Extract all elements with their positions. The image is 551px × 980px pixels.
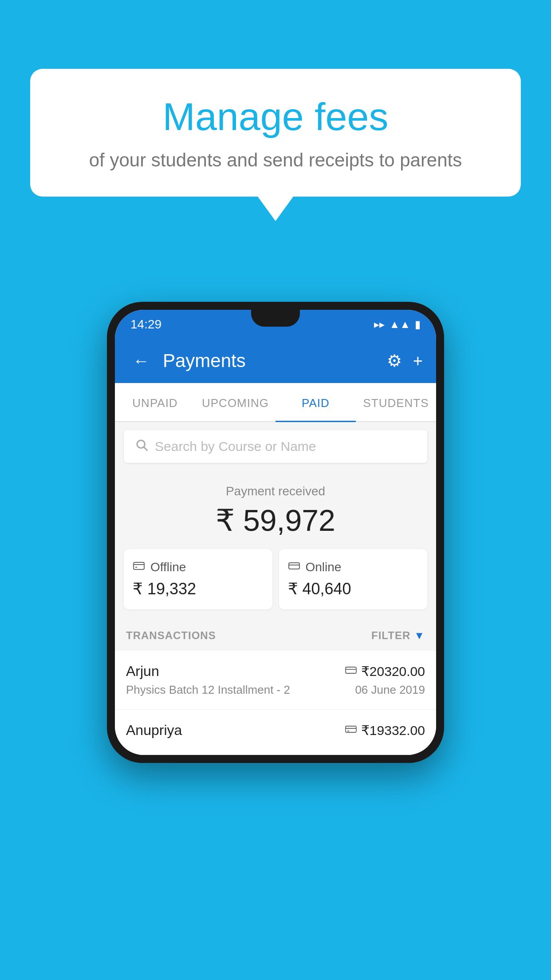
speech-bubble-tail — [258, 197, 293, 221]
filter-label: FILTER — [371, 629, 410, 642]
svg-rect-2 — [134, 562, 144, 569]
transaction-amount: ₹19332.00 — [361, 723, 425, 738]
status-bar: 14:29 ▸▸ ▲▲ ▮ — [115, 310, 436, 339]
speech-bubble-section: Manage fees of your students and send re… — [30, 69, 521, 221]
transaction-name: Anupriya — [126, 722, 182, 739]
wifi-icon: ▸▸ — [374, 318, 385, 331]
transaction-amount: ₹20320.00 — [361, 664, 425, 679]
search-bar-section: Search by Course or Name — [115, 422, 436, 471]
transactions-list: Arjun ₹20320.00 Physics — [115, 651, 436, 755]
transactions-label: TRANSACTIONS — [126, 629, 216, 642]
transaction-top: Anupriya ₹19332.00 — [126, 722, 425, 739]
speech-bubble-subtitle: of your students and send receipts to pa… — [66, 148, 485, 173]
payment-total-amount: ₹ 59,972 — [124, 503, 427, 538]
online-icon — [288, 560, 300, 574]
offline-label: Offline — [150, 560, 186, 574]
offline-icon — [133, 560, 145, 574]
transaction-amount-wrapper: ₹20320.00 — [345, 664, 425, 679]
settings-button[interactable]: ⚙ — [387, 351, 402, 371]
status-icons: ▸▸ ▲▲ ▮ — [374, 318, 421, 331]
speech-bubble-title: Manage fees — [66, 95, 485, 138]
payment-received-label: Payment received — [124, 484, 427, 498]
svg-rect-9 — [346, 726, 356, 732]
tab-upcoming[interactable]: UPCOMING — [195, 383, 276, 421]
add-button[interactable]: + — [413, 352, 423, 371]
transaction-date: 06 June 2019 — [355, 683, 425, 697]
online-label: Online — [306, 560, 342, 574]
online-payment-icon — [345, 664, 357, 678]
filter-icon: ▼ — [414, 629, 425, 642]
tab-students[interactable]: STUDENTS — [356, 383, 436, 421]
transaction-name: Arjun — [126, 663, 159, 680]
tab-unpaid[interactable]: UNPAID — [115, 383, 195, 421]
app-bar-title: Payments — [163, 350, 378, 371]
payment-summary: Payment received ₹ 59,972 — [115, 471, 436, 620]
notch — [251, 310, 300, 327]
offline-card: Offline ₹ 19,332 — [124, 549, 272, 609]
transaction-bottom: Physics Batch 12 Installment - 2 06 June… — [126, 683, 425, 697]
offline-payment-icon — [345, 723, 357, 737]
app-bar-actions: ⚙ + — [387, 351, 423, 371]
svg-rect-7 — [346, 667, 356, 673]
search-input-wrapper[interactable]: Search by Course or Name — [124, 430, 427, 463]
online-card-header: Online — [288, 560, 419, 574]
online-card: Online ₹ 40,640 — [279, 549, 428, 609]
search-icon — [135, 438, 148, 455]
svg-line-1 — [144, 447, 147, 450]
search-placeholder: Search by Course or Name — [155, 439, 316, 454]
filter-button[interactable]: FILTER ▼ — [371, 629, 425, 642]
back-button[interactable]: ← — [128, 347, 154, 375]
transaction-top: Arjun ₹20320.00 — [126, 663, 425, 680]
transaction-amount-wrapper: ₹19332.00 — [345, 723, 425, 738]
battery-icon: ▮ — [415, 318, 421, 331]
table-row[interactable]: Anupriya ₹19332.00 — [115, 710, 436, 755]
tab-paid[interactable]: PAID — [276, 383, 356, 421]
table-row[interactable]: Arjun ₹20320.00 Physics — [115, 651, 436, 710]
signal-icon: ▲▲ — [389, 318, 410, 331]
offline-card-header: Offline — [133, 560, 264, 574]
phone-inner: 14:29 ▸▸ ▲▲ ▮ ← Payments ⚙ + UNPAID UP — [115, 310, 436, 755]
transaction-course: Physics Batch 12 Installment - 2 — [126, 683, 290, 697]
speech-bubble: Manage fees of your students and send re… — [30, 69, 521, 197]
transactions-header: TRANSACTIONS FILTER ▼ — [115, 620, 436, 651]
online-amount: ₹ 40,640 — [288, 580, 419, 598]
app-bar: ← Payments ⚙ + — [115, 339, 436, 383]
svg-rect-5 — [289, 563, 299, 569]
phone-mockup: 14:29 ▸▸ ▲▲ ▮ ← Payments ⚙ + UNPAID UP — [107, 302, 444, 763]
phone-outer: 14:29 ▸▸ ▲▲ ▮ ← Payments ⚙ + UNPAID UP — [107, 302, 444, 763]
status-time: 14:29 — [130, 317, 161, 332]
offline-amount: ₹ 19,332 — [133, 580, 264, 598]
payment-cards: Offline ₹ 19,332 Online — [124, 549, 427, 609]
tabs-bar: UNPAID UPCOMING PAID STUDENTS — [115, 383, 436, 422]
